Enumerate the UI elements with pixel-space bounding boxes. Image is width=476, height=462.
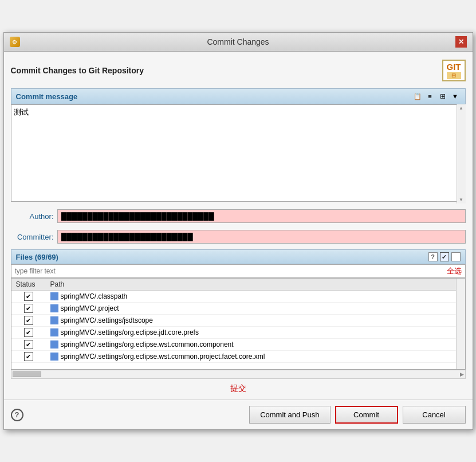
path-col-header: Path	[46, 279, 465, 291]
files-section-header: Files (69/69) ? ✔	[11, 249, 466, 264]
file-checkbox[interactable]: ✔	[24, 304, 33, 313]
check-all-icon[interactable]: ✔	[440, 252, 449, 261]
table-row[interactable]: ✔springMVC/.classpath	[11, 291, 465, 303]
dialog-title: Commit Changes	[21, 37, 455, 46]
h-scroll-thumb[interactable]	[13, 371, 41, 377]
dropdown-icon[interactable]: ▼	[450, 91, 461, 101]
file-path-cell: springMVC/.settings/org.eclipse.wst.comm…	[46, 351, 465, 363]
help-icon-files[interactable]: ?	[428, 252, 438, 261]
commit-message-icons: 📋 ≡ ⊞ ▼	[412, 91, 461, 101]
help-button[interactable]: ?	[11, 409, 23, 421]
files-scrollbar[interactable]	[456, 279, 465, 369]
file-icon	[50, 292, 58, 300]
files-section: Files (69/69) ? ✔ 全选 Status P	[11, 249, 466, 379]
committer-row: Committer:	[11, 230, 466, 244]
file-checkbox[interactable]: ✔	[24, 328, 33, 337]
file-checkbox[interactable]: ✔	[24, 316, 33, 325]
git-logo-text: GIT	[447, 62, 461, 72]
file-icon	[50, 304, 58, 312]
commit-message-title: Commit message	[16, 92, 78, 101]
commit-and-push-button[interactable]: Commit and Push	[249, 406, 330, 424]
files-header-icons: ? ✔	[428, 252, 461, 261]
author-input[interactable]	[57, 209, 466, 223]
author-label: Author:	[11, 212, 54, 221]
filter-input[interactable]	[15, 267, 447, 275]
uncheck-all-icon[interactable]	[451, 252, 461, 261]
committer-input[interactable]	[57, 230, 466, 244]
submit-hint: 提交	[230, 383, 246, 393]
commit-message-input[interactable]: 测试	[11, 104, 466, 202]
table-row[interactable]: ✔springMVC/.project	[11, 303, 465, 315]
header-row: Commit Changes to Git Repository GIT ⊟	[11, 57, 466, 84]
cancel-button[interactable]: Cancel	[403, 406, 466, 424]
table-header-row: Status Path	[11, 279, 465, 291]
commit-message-section: Commit message 📋 ≡ ⊞ ▼ 测试 ▲ ▼	[11, 88, 466, 203]
file-status-cell: ✔	[11, 327, 46, 339]
file-status-cell: ✔	[11, 339, 46, 351]
file-status-cell: ✔	[11, 351, 46, 363]
select-all-button[interactable]: 全选	[447, 266, 462, 276]
commit-changes-dialog: ⚙ Commit Changes ✕ Commit Changes to Git…	[3, 32, 473, 430]
file-path-cell: springMVC/.settings/org.eclipse.wst.comm…	[46, 339, 465, 351]
dialog-body: Commit Changes to Git Repository GIT ⊟ C…	[4, 52, 473, 400]
message-scrollbar[interactable]: ▲ ▼	[457, 104, 466, 203]
filter-row: 全选	[11, 264, 466, 278]
grid-icon[interactable]: ⊞	[438, 91, 448, 101]
files-title: Files (69/69)	[16, 253, 58, 261]
table-row[interactable]: ✔springMVC/.settings/jsdtscope	[11, 315, 465, 327]
status-col-header: Status	[11, 279, 46, 291]
file-icon	[50, 353, 58, 361]
file-path-text: springMVC/.settings/jsdtscope	[61, 316, 153, 324]
committer-label: Committer:	[11, 233, 54, 241]
file-path-text: springMVC/.settings/org.eclipse.jdt.core…	[61, 328, 199, 336]
file-status-cell: ✔	[11, 303, 46, 315]
file-path-text: springMVC/.settings/org.eclipse.wst.comm…	[61, 340, 234, 349]
button-group: Commit and Push Commit Cancel	[249, 406, 465, 424]
file-path-text: springMVC/.settings/org.eclipse.wst.comm…	[61, 353, 265, 361]
app-icon: ⚙	[10, 37, 20, 47]
file-status-cell: ✔	[11, 315, 46, 327]
submit-hint-row: 提交	[11, 383, 466, 394]
copy-icon[interactable]: 📋	[412, 91, 423, 101]
dialog-header-title: Commit Changes to Git Repository	[11, 66, 144, 75]
title-bar: ⚙ Commit Changes ✕	[4, 33, 473, 52]
table-row[interactable]: ✔springMVC/.settings/org.eclipse.wst.com…	[11, 351, 465, 363]
file-icon	[50, 328, 58, 336]
table-row[interactable]: ✔springMVC/.settings/org.eclipse.jdt.cor…	[11, 327, 465, 339]
author-row: Author:	[11, 209, 466, 223]
file-icon	[50, 340, 58, 349]
git-logo: GIT ⊟	[442, 60, 466, 81]
git-logo-sub: ⊟	[447, 72, 461, 79]
file-path-text: springMVC/.classpath	[61, 292, 128, 300]
file-path-cell: springMVC/.settings/jsdtscope	[46, 315, 465, 327]
file-checkbox[interactable]: ✔	[24, 340, 33, 349]
files-table: Status Path ✔springMVC/.classpath✔spring…	[11, 279, 465, 363]
file-path-cell: springMVC/.project	[46, 303, 465, 315]
file-status-cell: ✔	[11, 291, 46, 303]
commit-button[interactable]: Commit	[335, 406, 398, 424]
file-icon	[50, 316, 58, 324]
commit-message-wrapper: 测试 ▲ ▼	[11, 104, 466, 203]
horizontal-scrollbar[interactable]: ▶	[11, 370, 466, 379]
file-path-cell: springMVC/.classpath	[46, 291, 465, 303]
files-table-container[interactable]: Status Path ✔springMVC/.classpath✔spring…	[11, 278, 466, 370]
commit-message-header: Commit message 📋 ≡ ⊞ ▼	[11, 88, 466, 104]
table-row[interactable]: ✔springMVC/.settings/org.eclipse.wst.com…	[11, 339, 465, 351]
file-checkbox[interactable]: ✔	[24, 352, 33, 361]
filter-icon[interactable]: ≡	[425, 91, 435, 101]
file-path-cell: springMVC/.settings/org.eclipse.jdt.core…	[46, 327, 465, 339]
close-button[interactable]: ✕	[455, 36, 467, 48]
file-checkbox[interactable]: ✔	[24, 292, 33, 301]
bottom-bar: ? Commit and Push Commit Cancel	[4, 400, 473, 429]
file-path-text: springMVC/.project	[61, 304, 119, 312]
